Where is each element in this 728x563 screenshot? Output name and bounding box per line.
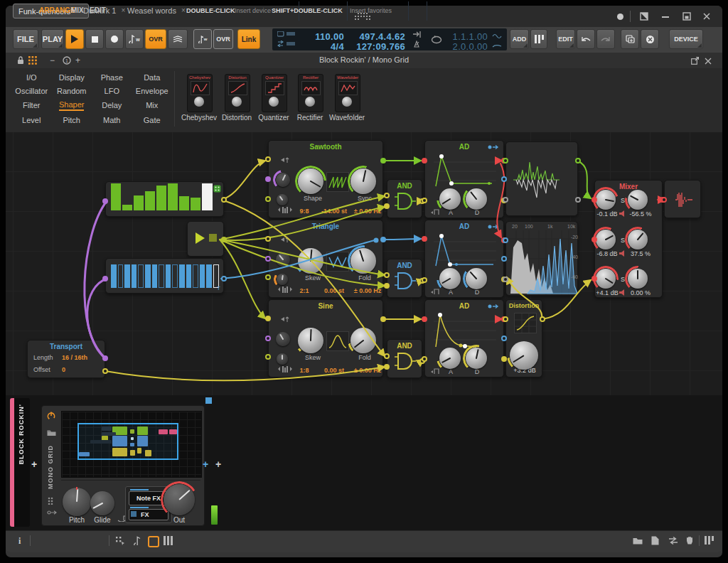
remote-controls-icon[interactable] (48, 497, 55, 505)
sine-aux-knob[interactable] (274, 350, 291, 368)
track-header[interactable]: BLOCK ROCKIN' (10, 398, 30, 527)
layered-editing-button[interactable] (168, 29, 188, 49)
decay-knob[interactable] (463, 265, 490, 292)
gate-bar-1[interactable] (118, 264, 124, 288)
tri-aux-knob[interactable] (274, 271, 291, 288)
fine-value[interactable]: ± 0.00 Hz (351, 287, 384, 294)
port[interactable] (221, 197, 227, 203)
palette-label-wavefolder[interactable]: Wavefolder (326, 114, 368, 122)
add-device-end-button[interactable]: + (215, 459, 221, 470)
loop-length-value[interactable]: 2.0.0.00 (446, 41, 488, 52)
sync-knob[interactable] (348, 166, 379, 197)
module-gates[interactable]: T (105, 258, 224, 294)
gate-bar-14[interactable] (206, 264, 212, 288)
preset-folder-icon[interactable] (47, 429, 56, 436)
step-bar-5[interactable] (168, 183, 178, 210)
close-window-icon[interactable] (702, 12, 711, 21)
browser-folder-icon[interactable] (633, 537, 643, 545)
follow-playhead-icon[interactable] (277, 41, 296, 47)
glide-knob[interactable] (87, 488, 117, 518)
info-icon[interactable]: i (18, 536, 21, 547)
palette-thumb-quantizer[interactable]: Quantizer (262, 74, 287, 112)
port[interactable] (503, 237, 508, 243)
palette-thumb-distortion[interactable]: Distortion (225, 74, 250, 112)
module-oscilloscope[interactable] (505, 141, 578, 216)
gate-bar-4[interactable] (138, 264, 144, 288)
port[interactable] (592, 237, 597, 242)
category-envelope[interactable]: Envelope (132, 85, 173, 98)
port[interactable] (102, 276, 108, 282)
gate-bar-5[interactable] (145, 264, 151, 288)
palette-label-distortion[interactable]: Distortion (215, 114, 258, 122)
hand-tool-icon[interactable] (685, 536, 694, 545)
decay-knob[interactable] (463, 345, 490, 372)
file-icon[interactable] (651, 536, 659, 545)
category-random[interactable]: Random (52, 85, 92, 98)
detune-value[interactable]: 0.00 st (316, 367, 353, 374)
edit-button[interactable]: EDIT (556, 29, 575, 49)
overdub-button[interactable]: OVR (145, 29, 166, 49)
gate-bar-2[interactable] (124, 264, 130, 288)
module-transport[interactable]: Transport Length 16 / 16th Offset 0 (27, 340, 105, 378)
port[interactable] (422, 316, 427, 322)
ad-envelope-display[interactable] (432, 232, 498, 269)
glide-legato-icon[interactable] (117, 515, 126, 522)
dual-display-icon[interactable] (640, 12, 648, 21)
palette-label-rectifier[interactable]: Rectifier (289, 114, 331, 122)
port[interactable] (265, 316, 271, 321)
detune-value[interactable]: 0.00 st (316, 287, 353, 294)
shape-knob[interactable] (295, 166, 326, 197)
redo-button[interactable] (596, 29, 615, 49)
play-button[interactable] (65, 29, 84, 49)
port[interactable] (501, 176, 507, 182)
song-position-value[interactable]: 497.4.4.62 (350, 31, 405, 42)
metronome-icon[interactable] (413, 41, 422, 48)
ad-envelope-display[interactable] (432, 152, 498, 189)
port[interactable] (102, 198, 108, 204)
step-bar-1[interactable] (122, 205, 132, 210)
tri-mod-knob[interactable] (273, 250, 293, 269)
offset-value[interactable]: 0 (62, 366, 65, 373)
port[interactable] (265, 256, 271, 262)
port[interactable] (265, 336, 271, 341)
undo-button[interactable] (577, 29, 595, 49)
song-time-value[interactable]: 127:09.766 (350, 41, 405, 52)
io-routing-icon[interactable] (668, 537, 678, 545)
category-shaper[interactable]: Shaper (52, 98, 92, 114)
category-delay[interactable]: Delay (92, 98, 132, 114)
port[interactable] (102, 368, 108, 374)
zoom-level-icon[interactable]: 1 (63, 56, 71, 65)
port[interactable] (221, 237, 227, 242)
stop-button[interactable] (85, 29, 104, 49)
module-audio-out[interactable] (664, 180, 701, 218)
port[interactable] (661, 197, 667, 203)
mixer-pan3-knob[interactable] (625, 266, 651, 291)
minimize-icon[interactable] (662, 16, 669, 18)
gate-bar-10[interactable] (179, 264, 185, 288)
mixer-pan1-knob[interactable] (625, 187, 651, 213)
port[interactable] (501, 356, 507, 362)
gate-bar-8[interactable] (166, 264, 171, 288)
attack-knob[interactable] (437, 345, 464, 372)
module-and-3[interactable]: AND (387, 339, 422, 378)
gate-bar-13[interactable] (200, 264, 205, 288)
lock-icon[interactable] (17, 56, 24, 65)
tab-2[interactable]: Weasel words× (122, 4, 191, 17)
decay-knob[interactable] (463, 186, 490, 213)
link-button[interactable]: Link (237, 29, 260, 49)
port[interactable] (422, 198, 427, 203)
ratio-value[interactable]: 1:8 (294, 367, 314, 374)
category-math[interactable]: Math (92, 113, 132, 127)
port[interactable] (265, 176, 271, 182)
piano-panel-icon[interactable] (705, 536, 714, 545)
mod-route-icon[interactable] (488, 304, 499, 309)
maximize-icon[interactable] (682, 12, 691, 21)
ratio-value[interactable]: 9:8 (294, 208, 314, 215)
port[interactable] (592, 197, 597, 203)
palette-thumb-chebyshev[interactable]: Chebyshev (187, 74, 213, 112)
add-device-inline-button[interactable]: + (203, 459, 208, 470)
attack-knob[interactable] (437, 186, 464, 213)
category-lfo[interactable]: LFO (92, 85, 132, 98)
step-bar-3[interactable] (145, 191, 155, 210)
module-steps[interactable] (105, 181, 224, 217)
